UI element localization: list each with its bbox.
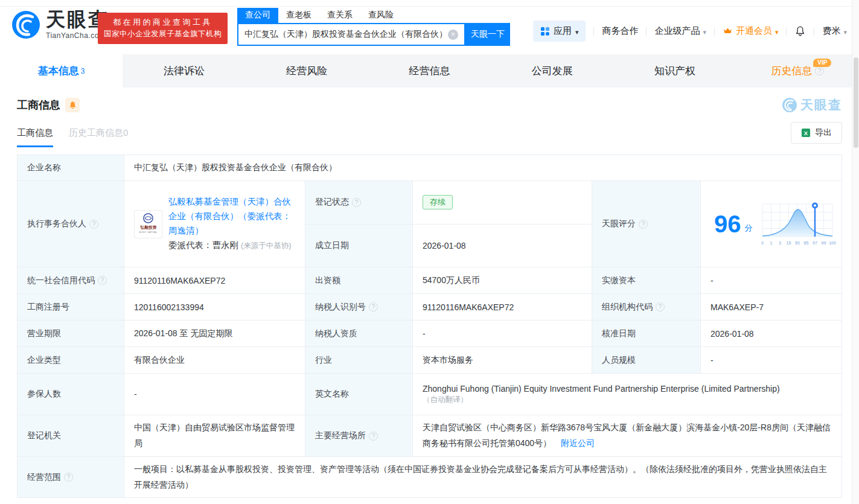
tab-company-development[interactable]: 公司发展 (491, 54, 613, 88)
registry-value: 中国（天津）自由贸易试验区市场监督管理局 (124, 415, 305, 456)
business-cooperation-label: 商务合作 (602, 25, 638, 37)
export-label: 导出 (815, 127, 832, 138)
user-menu[interactable]: 费米 (822, 25, 847, 37)
delegate-source: (来源于中基协) (241, 241, 291, 250)
svg-text:50: 50 (795, 241, 800, 245)
help-icon[interactable] (89, 220, 98, 229)
executive-partner-value: 弘毅投资 HONY CAPITAL 弘毅私募基金管理（天津）合伙企业（有限合伙）… (124, 181, 305, 267)
approval-date-label: 核准日期 (592, 321, 701, 346)
open-vip-label: 开通会员 (736, 25, 772, 37)
business-term-value: 2026-01-08 至 无固定期限 (124, 321, 305, 346)
premises-value: 天津自贸试验区（中心商务区）新华路3678号宝风大厦（新金融大厦）滨海基金小镇-… (413, 415, 841, 456)
table-row-company-name: 企业名称 中汇复弘（天津）股权投资基金合伙企业（有限合伙） (18, 155, 841, 181)
svg-text:X: X (804, 130, 808, 136)
tianyancha-logo[interactable]: 天眼查 TianYanCha.com (11, 10, 109, 40)
subscribe-bell-button[interactable] (65, 98, 80, 112)
partner-company-link[interactable]: 弘毅私募基金管理（天津）合伙企业（有限合伙）（委派代表：周逸清） (168, 197, 291, 235)
svg-text:15: 15 (786, 241, 791, 245)
business-scope-label: 经营范围 (18, 457, 124, 497)
export-button[interactable]: X 导出 (791, 122, 842, 144)
table-row-registry-premises: 登记机关 中国（天津）自由贸易试验区市场监督管理局 主要经营场所 天津自贸试验区… (18, 415, 841, 457)
insured-count-label: 参保人数 (18, 374, 124, 415)
contribution-label: 出资额 (305, 267, 413, 293)
tianyancha-watermark: 天眼查 (782, 97, 842, 113)
section-header: 工商信息 天眼查 (17, 97, 842, 113)
help-icon[interactable] (815, 66, 824, 75)
table-row: 营业期限 2026-01-08 至 无固定期限 纳税人资质 - 核准日期 202… (18, 321, 841, 347)
main-content: 工商信息 天眼查 工商信息 历史工商信息0 X (0, 97, 859, 504)
help-icon[interactable] (369, 302, 378, 311)
svg-text:97: 97 (813, 241, 817, 245)
registration-status-row: 登记状态 存续 (305, 181, 592, 225)
tab-history-info[interactable]: VIP 历史信息 (736, 54, 859, 88)
search-row: 中汇复弘（天津）股权投资基金合伙企业（有限合伙） 天眼一下 (237, 23, 510, 46)
svg-text:1: 1 (770, 241, 772, 245)
tianyan-score-value: 96 分 0 1 (701, 181, 846, 267)
apps-menu-button[interactable]: 应用 (533, 21, 586, 42)
tab-legal-proceedings[interactable]: 法律诉讼 (123, 54, 245, 88)
business-scope-value: 一般项目：以私募基金从事股权投资、投资管理、资产管理等活动（须在中国证券投资基金… (124, 457, 841, 497)
search-tab-company[interactable]: 查公司 (237, 8, 278, 23)
subtab-business-info[interactable]: 工商信息 (17, 127, 53, 147)
subtab-history-business-info[interactable]: 历史工商信息0 (69, 127, 128, 147)
established-date-row: 成立日期 2026-01-08 (305, 225, 592, 267)
contribution-value: 54700万人民币 (413, 267, 592, 293)
notification-bell-button[interactable] (794, 25, 806, 37)
excel-icon: X (801, 128, 811, 138)
table-row-partner-status-score: 执行事务合伙人 弘毅投资 HONY CAPITAL 弘毅私募基金管理（天津）合伙… (18, 181, 841, 267)
menu-separator (646, 27, 647, 36)
clear-search-icon[interactable] (448, 30, 458, 40)
tab-basic-info[interactable]: 基本信息 3 (0, 54, 123, 88)
search-area: 查公司 查老板 查关系 查风险 中汇复弘（天津）股权投资基金合伙企业（有限合伙）… (237, 8, 510, 46)
menu-enterprise-products[interactable]: 企业级产品 (654, 25, 706, 37)
promo-line2: 国家中小企业发展子基金旗下机构 (104, 28, 222, 40)
industry-value: 资本市场服务 (413, 347, 592, 373)
company-name-value: 中汇复弘（天津）股权投资基金合伙企业（有限合伙） (124, 155, 841, 180)
help-icon[interactable] (369, 432, 378, 441)
search-input-value: 中汇复弘（天津）股权投资基金合伙企业（有限合伙） (244, 29, 444, 40)
tab-operation-info[interactable]: 经营信息 (368, 54, 491, 88)
paid-in-capital-value: - (701, 267, 841, 293)
chevron-down-icon (775, 26, 779, 36)
score-distribution-chart: 0 1 3 15 50 85 97 99 100 (760, 200, 836, 247)
score-unit: 分 (745, 223, 753, 234)
search-input[interactable]: 中汇复弘（天津）股权投资基金合伙企业（有限合伙） (237, 23, 465, 46)
english-name-value: Zhonghui Fuhong (Tianjin) Equity Investm… (413, 374, 841, 415)
scrollbar-thumb[interactable] (854, 57, 858, 148)
section-title: 工商信息 (17, 98, 60, 112)
promo-line1: 都在用的商业查询工具 (104, 16, 222, 28)
staff-size-label: 人员规模 (592, 347, 701, 373)
taxpayer-qualification-label: 纳税人资质 (305, 321, 413, 346)
scrollbar[interactable] (852, 0, 859, 504)
credit-code-value: 91120116MAK6AXEP72 (124, 267, 305, 293)
search-tab-risk[interactable]: 查风险 (360, 8, 401, 23)
credit-code-label: 统一社会信用代码 (18, 267, 124, 293)
help-icon[interactable] (656, 302, 665, 311)
svg-text:0: 0 (761, 241, 764, 245)
partner-logo[interactable]: 弘毅投资 HONY CAPITAL (134, 210, 162, 238)
menu-separator (593, 27, 594, 36)
search-tab-relation[interactable]: 查关系 (319, 8, 360, 23)
bell-icon (794, 25, 806, 37)
search-button[interactable]: 天眼一下 (465, 23, 510, 46)
help-icon[interactable] (352, 198, 361, 207)
help-icon[interactable] (98, 276, 107, 285)
hony-capital-emblem-icon (142, 212, 154, 224)
help-icon[interactable] (64, 473, 73, 482)
search-tabs: 查公司 查老板 查关系 查风险 (237, 8, 510, 23)
tab-operation-risk[interactable]: 经营风险 (246, 54, 368, 88)
tab-intellectual-property[interactable]: 知识产权 (613, 54, 736, 88)
company-type-value: 有限合伙企业 (124, 347, 305, 373)
premises-label: 主要经营场所 (305, 415, 413, 456)
chevron-down-icon (843, 26, 847, 36)
nearby-companies-link[interactable]: 附近公司 (561, 438, 595, 448)
menu-business-cooperation[interactable]: 商务合作 (602, 25, 638, 37)
registration-number-value: 120116002133994 (124, 294, 305, 320)
taxpayer-id-value: 91120116MAK6AXEP72 (413, 294, 592, 320)
org-code-label: 组织机构代码 (592, 294, 701, 320)
executive-partner-label: 执行事务合伙人 (18, 181, 124, 267)
menu-open-vip[interactable]: 开通会员 (723, 25, 779, 37)
search-tab-boss[interactable]: 查老板 (278, 8, 319, 23)
svg-text:99: 99 (821, 241, 826, 245)
help-icon[interactable] (639, 220, 648, 229)
